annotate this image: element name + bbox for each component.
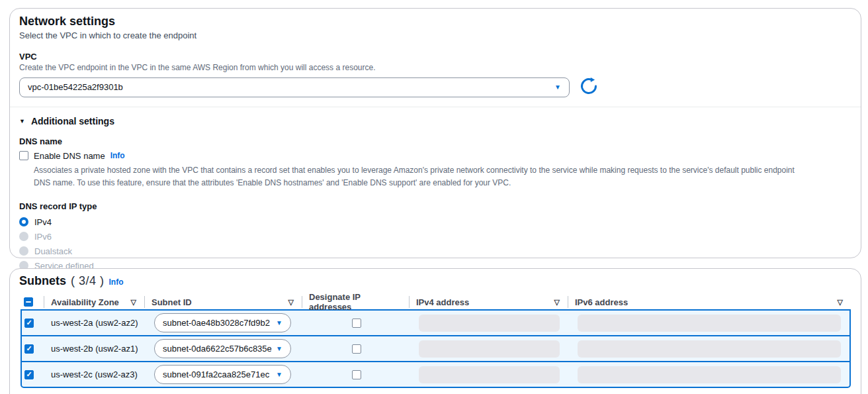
enable-dns-name-text: Enable DNS name	[34, 151, 105, 161]
vpc-label: VPC	[19, 52, 851, 62]
subnet-id-select[interactable]: subnet-0ae48b3028c7fd9b2 ▼	[154, 313, 291, 332]
column-label: IPv6 address	[575, 297, 628, 307]
subnet-row: us-west-2b (usw2-az1) subnet-0da6622c57b…	[21, 335, 851, 362]
filter-icon[interactable]: ▽	[554, 298, 560, 307]
ipv4-address-field-disabled	[419, 340, 560, 358]
enable-dns-name-checkbox[interactable]	[19, 151, 28, 160]
subnets-card: Subnets ( 3/4 ) Info Availability Zone ▽…	[9, 268, 861, 394]
designate-ip-checkbox[interactable]	[352, 344, 361, 354]
column-header-availability-zone: Availability Zone ▽	[44, 296, 144, 308]
ipv4-address-field-disabled	[419, 366, 560, 383]
subnet-id-value: subnet-0ae48b3028c7fd9b2	[163, 318, 270, 328]
subnets-info-link[interactable]: Info	[109, 277, 124, 287]
radio-option-ipv4: IPv4	[19, 215, 851, 229]
section-subtitle: Select the VPC in which to create the en…	[19, 30, 851, 40]
expand-caret-icon: ▼	[19, 119, 25, 124]
column-label: Designate IP addresses	[309, 292, 401, 312]
subnets-count: ( 3/4 )	[71, 274, 105, 288]
vpc-description: Create the VPC endpoint in the VPC in th…	[19, 63, 851, 72]
column-label: Subnet ID	[152, 297, 192, 307]
radio-option-dualstack: Dualstack	[19, 244, 851, 258]
ipv6-address-field-disabled	[578, 340, 841, 358]
additional-settings-label: Additional settings	[31, 116, 114, 126]
dns-name-label: DNS name	[19, 136, 851, 146]
ipv6-address-field-disabled	[578, 366, 841, 383]
network-settings-card: Network settings Select the VPC in which…	[9, 8, 861, 258]
vpc-select-value: vpc-01be54225a2f9301b	[28, 82, 123, 92]
filter-icon[interactable]: ▽	[131, 298, 136, 307]
column-label: IPv4 address	[416, 297, 469, 307]
subnets-title: Subnets	[19, 274, 66, 288]
radio-disabled-icon	[19, 246, 28, 256]
caret-down-icon: ▼	[554, 84, 561, 91]
row-select-checkbox[interactable]	[24, 319, 34, 328]
refresh-button[interactable]	[580, 77, 598, 97]
filter-icon[interactable]: ▽	[838, 298, 843, 307]
subnets-header: Subnets ( 3/4 ) Info	[10, 269, 861, 293]
row-select-checkbox[interactable]	[24, 344, 34, 354]
dns-name-info-link[interactable]: Info	[110, 151, 125, 160]
column-header-subnet-id: Subnet ID ▽	[144, 296, 302, 308]
subnet-id-value: subnet-0da6622c57b6c835e	[163, 344, 272, 354]
dns-name-description: Associates a private hosted zone with th…	[34, 164, 813, 189]
radio-option-ipv6: IPv6	[19, 229, 851, 244]
designate-ip-checkbox[interactable]	[352, 370, 361, 379]
refresh-icon	[580, 77, 598, 97]
caret-down-icon: ▼	[276, 346, 282, 352]
designate-ip-checkbox[interactable]	[352, 319, 361, 328]
radio-disabled-icon	[19, 232, 28, 241]
vpc-select[interactable]: vpc-01be54225a2f9301b ▼	[19, 77, 570, 97]
caret-down-icon: ▼	[276, 320, 282, 326]
row-select-checkbox[interactable]	[24, 370, 34, 379]
column-header-designate-ip: Designate IP addresses	[302, 296, 409, 308]
ipv4-address-field-disabled	[419, 315, 560, 332]
select-all-checkbox[interactable]	[24, 297, 33, 307]
additional-settings-toggle[interactable]: ▼ Additional settings	[19, 116, 851, 126]
column-label: Availability Zone	[51, 297, 119, 307]
dns-record-ip-type-label: DNS record IP type	[19, 201, 851, 211]
subnet-row: us-west-2c (usw2-az3) subnet-091fa2caa82…	[21, 361, 851, 388]
radio-option-label: IPv6	[34, 232, 52, 242]
radio-selected-icon[interactable]	[19, 217, 28, 226]
page-title: Network settings	[19, 15, 851, 28]
availability-zone-value: us-west-2b (usw2-az1)	[45, 344, 146, 354]
vpc-section: Network settings Select the VPC in which…	[10, 9, 861, 107]
filter-icon[interactable]: ▽	[288, 298, 294, 307]
column-header-ipv4-address: IPv4 address ▽	[409, 296, 568, 308]
subnets-table: Availability Zone ▽ Subnet ID ▽ Designat…	[21, 293, 851, 388]
availability-zone-value: us-west-2a (usw2-az2)	[45, 318, 146, 328]
subnet-id-value: subnet-091fa2caa825e71ec	[163, 369, 269, 379]
caret-down-icon: ▼	[276, 371, 282, 378]
ipv6-address-field-disabled	[578, 315, 841, 332]
column-header-ipv6-address: IPv6 address ▽	[568, 296, 851, 308]
subnets-table-header: Availability Zone ▽ Subnet ID ▽ Designat…	[21, 293, 851, 311]
dns-record-ip-type-group: DNS record IP type IPv4 IPv6 Dualstack S…	[19, 201, 851, 273]
subnet-id-select[interactable]: subnet-0da6622c57b6c835e ▼	[154, 339, 291, 358]
radio-option-label: Dualstack	[34, 246, 72, 256]
availability-zone-value: us-west-2c (usw2-az3)	[45, 369, 146, 379]
additional-settings-section: ▼ Additional settings DNS name Enable DN…	[10, 107, 861, 283]
radio-option-label: IPv4	[34, 217, 52, 227]
subnet-row: us-west-2a (usw2-az2) subnet-0ae48b3028c…	[21, 309, 851, 336]
subnet-id-select[interactable]: subnet-091fa2caa825e71ec ▼	[154, 365, 291, 384]
